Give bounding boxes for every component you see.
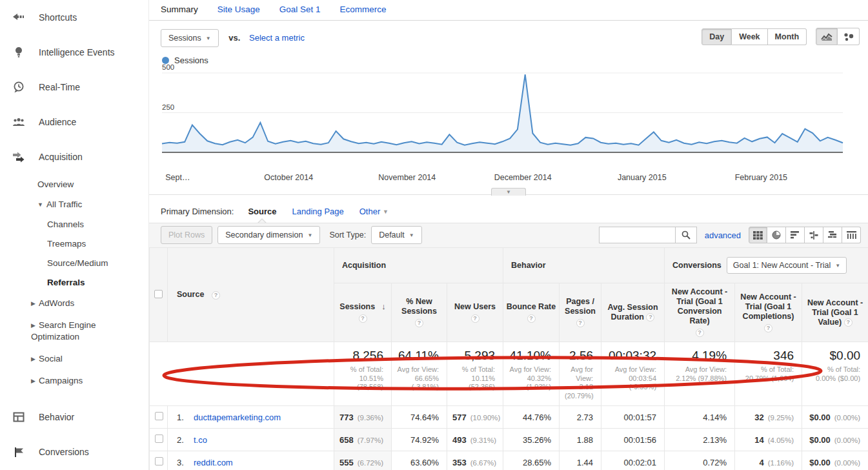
help-icon[interactable]: ?	[696, 329, 704, 337]
primary-dimension-other[interactable]: Other ▼	[359, 207, 392, 216]
granularity-month-button[interactable]: Month	[768, 28, 807, 45]
chevron-right-icon: ▶	[31, 298, 35, 309]
column-header-bounce-rate[interactable]: Bounce Rate?	[503, 283, 560, 342]
x-axis-labels: Sept…October 2014November 2014December 2…	[149, 172, 868, 185]
totals-value: 64.11%	[397, 349, 439, 363]
primary-dimension-landing-page[interactable]: Landing Page	[292, 207, 344, 216]
row-checkbox[interactable]	[150, 406, 168, 429]
session-duration-cell: 00:02:01	[601, 451, 665, 470]
table-header: Source ? Acquisition Behavior Conversion…	[150, 248, 868, 342]
column-header-new-account-trial-goal-1-value-[interactable]: New Account - Trial (Goal 1 Value) ?	[802, 283, 868, 342]
sidebar-item-acquisition[interactable]: Acquisition	[0, 139, 148, 174]
percentage-view-icon[interactable]	[767, 227, 786, 243]
pivot-view-icon[interactable]	[842, 227, 861, 243]
line-chart[interactable]	[149, 66, 868, 172]
granularity-week-button[interactable]: Week	[732, 28, 767, 45]
column-header-label: Avg. Session Duration ?	[608, 303, 658, 322]
help-icon[interactable]: ?	[415, 319, 423, 327]
sidebar-item-source-medium[interactable]: Source/Medium	[0, 254, 148, 273]
table-view-icon[interactable]	[749, 227, 767, 243]
help-icon[interactable]: ?	[844, 318, 853, 327]
sidebar-item-channels[interactable]: Channels	[0, 215, 148, 234]
sidebar-item-intelligence-events[interactable]: Intelligence Events	[0, 35, 148, 70]
sidebar-item-search-engine-optimization[interactable]: ▶Search Engine Optimization	[0, 314, 148, 348]
motion-chart-icon[interactable]	[838, 28, 860, 45]
column-header-new-account-trial-goal-1-completions-[interactable]: New Account - Trial (Goal 1 Completions)…	[735, 283, 802, 342]
granularity-day-button[interactable]: Day	[701, 28, 732, 45]
totals-cell: 2.56Avg for View: 2.12 (20.79%)	[560, 342, 601, 406]
tab-summary[interactable]: Summary	[161, 5, 198, 14]
search-input[interactable]	[599, 227, 675, 243]
sidebar-item-overview[interactable]: Overview	[0, 174, 148, 194]
column-header-new-users[interactable]: New Users?	[447, 283, 503, 342]
source-link[interactable]: t.co	[194, 435, 207, 445]
help-icon[interactable]: ?	[471, 314, 479, 323]
primary-dimension-source[interactable]: Source	[248, 207, 276, 216]
pages-session-cell: 1.44	[560, 451, 601, 470]
x-axis-label: January 2015	[618, 173, 667, 182]
column-header-sessions[interactable]: Sessions↓?	[334, 283, 392, 342]
column-header-avg-session-duration[interactable]: Avg. Session Duration ?	[601, 283, 665, 342]
sidebar-item-social[interactable]: ▶Social	[0, 348, 148, 370]
help-icon[interactable]: ?	[527, 314, 536, 323]
help-icon[interactable]: ?	[646, 313, 654, 322]
sort-type-button[interactable]: Default ▼	[371, 226, 422, 244]
sidebar-item-behavior[interactable]: Behavior	[0, 400, 148, 434]
help-icon[interactable]: ?	[764, 324, 772, 332]
column-header-new-account-trial-goal-1-conversion-rate[interactable]: New Account - Trial (Goal 1 Conversion R…	[665, 283, 735, 342]
advanced-link[interactable]: advanced	[705, 230, 741, 240]
totals-cell: 4.19%Avg for View: 2.12% (97.88%)	[665, 342, 735, 406]
select-all-checkbox[interactable]	[150, 248, 168, 342]
sidebar-item-treemaps[interactable]: Treemaps	[0, 234, 148, 254]
source-link[interactable]: reddit.com	[194, 458, 233, 467]
row-checkbox[interactable]	[150, 429, 168, 451]
chevron-down-icon: ▼	[383, 209, 389, 215]
help-icon[interactable]: ?	[576, 319, 585, 327]
tab-site-usage[interactable]: Site Usage	[217, 5, 260, 14]
source-header-label: Source	[177, 290, 204, 299]
row-checkbox[interactable]	[150, 451, 168, 470]
goal-value-cell: $0.00(0.00%)	[802, 406, 868, 429]
tab-goal-set-1[interactable]: Goal Set 1	[279, 5, 321, 14]
column-header-label: % New Sessions	[401, 297, 437, 316]
tab-ecommerce[interactable]: Ecommerce	[340, 5, 387, 14]
source-link[interactable]: ducttapemarketing.com	[194, 413, 281, 422]
plot-rows-button[interactable]: Plot Rows	[161, 226, 212, 244]
column-header-label: Pages / Session	[565, 297, 596, 316]
sidebar-item-label: Behavior	[39, 412, 74, 422]
goal-selector-button[interactable]: Goal 1: New Account - Trial ▼	[727, 257, 847, 274]
secondary-dimension-button[interactable]: Secondary dimension ▼	[217, 226, 320, 244]
new-users-cell: 353(6.67%)	[447, 451, 503, 470]
term-cloud-view-icon[interactable]	[823, 227, 842, 243]
performance-view-icon[interactable]	[786, 227, 805, 243]
select-a-metric-link[interactable]: Select a metric	[249, 33, 305, 43]
totals-value: 2.56	[565, 349, 593, 363]
column-header-pages-session[interactable]: Pages / Session?	[560, 283, 601, 342]
sidebar-item-real-time[interactable]: Real-Time	[0, 70, 148, 105]
annotations-expander[interactable]: ▼	[491, 188, 526, 196]
comparison-view-icon[interactable]	[805, 227, 823, 243]
sidebar-item-all-traffic[interactable]: ▼All Traffic	[0, 194, 148, 215]
x-axis-label: December 2014	[494, 173, 552, 182]
shortcuts-icon	[11, 12, 26, 23]
new-users-cell: 577(10.90%)	[447, 406, 503, 429]
primary-dimension-options: SourceLanding PageOther ▼	[248, 207, 391, 216]
sidebar-item-adwords[interactable]: ▶AdWords	[0, 292, 148, 314]
help-icon[interactable]: ?	[212, 291, 220, 300]
sidebar-item-shortcuts[interactable]: Shortcuts	[0, 0, 148, 35]
source-column-header[interactable]: Source ?	[168, 248, 334, 342]
search-icon[interactable]	[675, 227, 697, 243]
sidebar-item-campaigns[interactable]: ▶Campaigns	[0, 370, 148, 392]
column-header--new-sessions[interactable]: % New Sessions?	[392, 283, 447, 342]
sidebar-item-audience[interactable]: Audience	[0, 105, 148, 139]
metric-select-button[interactable]: Sessions ▼	[161, 29, 219, 47]
secondary-dimension-label: Secondary dimension	[225, 230, 303, 240]
sidebar-item-label: Channels	[47, 220, 84, 229]
sidebar-item-referrals[interactable]: Referrals	[0, 273, 148, 292]
line-chart-icon[interactable]	[816, 28, 838, 45]
sidebar-item-conversions[interactable]: Conversions	[0, 434, 148, 469]
chart-type-toggle	[816, 28, 860, 45]
help-icon[interactable]: ?	[359, 314, 367, 323]
sidebar-item-label: Search Engine Optimization	[31, 320, 96, 342]
chart-controls: DayWeekMonth	[701, 28, 860, 45]
